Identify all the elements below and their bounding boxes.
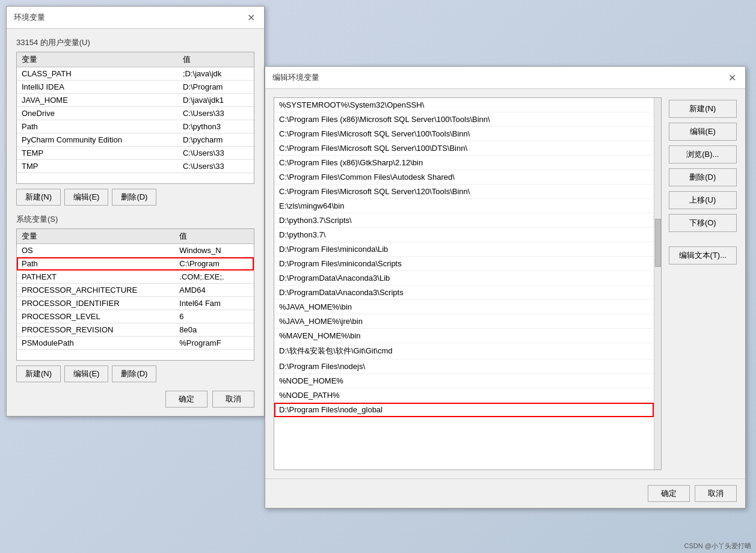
scrollbar-thumb[interactable] [655,219,661,267]
edit-dialog-footer: 确定 取消 [265,478,745,508]
edit-delete-btn[interactable]: 删除(D) [669,168,737,186]
path-list-item[interactable]: %JAVA_HOME%\bin [274,300,654,314]
path-list-item[interactable]: C:\Program Files\Microsoft SQL Server\10… [274,141,654,156]
user-edit-btn[interactable]: 编辑(E) [64,189,108,206]
edit-dialog-close[interactable]: ✕ [726,72,738,84]
env-ok-btn[interactable]: 确定 [165,391,207,408]
user-table-row[interactable]: TMPC:\Users\33 [17,160,254,173]
sys-var-table-container: 变量 值 OSWindows_NPathC:\ProgramPATHEXT.CO… [16,228,254,361]
env-dialog-body: 33154 的用户变量(U) 变量 值 CLASS_PATH;D:\java\j… [7,29,264,416]
path-list-item[interactable]: C:\Program Files (x86)\Microsoft SQL Ser… [274,112,654,127]
path-list-item[interactable]: C:\Program Files\Microsoft SQL Server\12… [274,185,654,199]
edit-up-btn[interactable]: 上移(U) [669,191,737,209]
path-list-item[interactable]: D:\Program Files\miniconda\Lib [274,242,654,257]
sys-table-row[interactable]: PATHEXT.COM;.EXE;. [17,270,254,284]
path-list-item[interactable]: E:\zls\mingw64\bin [274,199,654,213]
path-list-item[interactable]: %MAVEN_HOME%\bin [274,329,654,343]
user-section-title: 33154 的用户变量(U) [16,37,254,48]
user-table-row[interactable]: TEMPC:\Users\33 [17,147,254,160]
env-dialog-title: 环境变量 [14,12,45,23]
path-list-item[interactable]: C:\Program Files\Microsoft SQL Server\10… [274,127,654,141]
edit-new-btn[interactable]: 新建(N) [669,100,737,118]
path-list-item[interactable]: D:\python3.7\Scripts\ [274,213,654,228]
path-list-item[interactable]: D:\Program Files\miniconda\Scripts [274,257,654,271]
sys-table-row[interactable]: PSModulePath%ProgramF [17,337,254,350]
env-cancel-btn[interactable]: 取消 [212,391,254,408]
sys-table-row[interactable]: OSWindows_N [17,244,254,257]
path-list-item[interactable]: %NODE_PATH% [274,388,654,403]
sys-table-row[interactable]: PROCESSOR_REVISION8e0a [17,323,254,337]
user-table-row[interactable]: PathD:\python3 [17,120,254,133]
edit-text-btn[interactable]: 编辑文本(T)... [669,246,737,264]
user-var-table: 变量 值 CLASS_PATH;D:\java\jdkIntelliJ IDEA… [17,52,254,173]
sys-col-var: 变量 [17,229,174,244]
watermark: CSDN @小丫头爱打晒 [684,542,751,551]
edit-cancel-btn[interactable]: 取消 [695,485,737,502]
sys-new-btn[interactable]: 新建(N) [16,365,61,382]
sys-var-table: 变量 值 OSWindows_NPathC:\ProgramPATHEXT.CO… [17,229,254,350]
user-table-row[interactable]: IntelliJ IDEAD:\Program [17,81,254,94]
path-list-item[interactable]: D:\ProgramData\Anaconda3\Lib [274,271,654,286]
user-var-table-container: 变量 值 CLASS_PATH;D:\java\jdkIntelliJ IDEA… [16,52,254,184]
path-list-item[interactable]: C:\Program Files (x86)\GtkSharp\2.12\bin [274,156,654,170]
path-list-item[interactable]: C:\Program Files\Common Files\Autodesk S… [274,170,654,185]
edit-dialog-titlebar: 编辑环境变量 ✕ [265,67,745,89]
user-delete-btn[interactable]: 删除(D) [112,189,156,206]
path-list-wrapper: %SYSTEMROOT%\System32\OpenSSH\C:\Program… [274,97,662,470]
path-list-item[interactable]: D:\python3.7\ [274,228,654,242]
path-list-item[interactable]: D:\软件&安装包\软件\Git\Git\cmd [274,343,654,359]
env-variables-dialog: 环境变量 ✕ 33154 的用户变量(U) 变量 值 CLASS_PATH;D:… [6,6,265,417]
path-list-item[interactable]: D:\Program Files\nodejs\ [274,359,654,374]
scrollbar-track[interactable] [654,98,661,469]
env-dialog-close[interactable]: ✕ [245,11,257,23]
user-table-row[interactable]: OneDriveC:\Users\33 [17,107,254,120]
path-list-item[interactable]: D:\ProgramData\Anaconda3\Scripts [274,286,654,300]
user-col-val: 值 [178,52,254,67]
sys-table-row[interactable]: PROCESSOR_IDENTIFIERIntel64 Fam [17,297,254,310]
user-col-var: 变量 [17,52,178,67]
path-list-item[interactable]: D:\Program Files\node_global [274,403,654,417]
edit-down-btn[interactable]: 下移(O) [669,214,737,232]
path-list-item[interactable]: %SYSTEMROOT%\System32\OpenSSH\ [274,98,654,112]
sys-col-val: 值 [174,229,254,244]
user-btn-row: 新建(N) 编辑(E) 删除(D) [16,189,254,206]
sys-btn-row: 新建(N) 编辑(E) 删除(D) [16,365,254,382]
edit-browse-btn[interactable]: 浏览(B)... [669,145,737,163]
edit-dialog-body: %SYSTEMROOT%\System32\OpenSSH\C:\Program… [265,89,745,478]
sys-table-row[interactable]: PathC:\Program [17,257,254,270]
path-list-item[interactable]: %NODE_HOME% [274,374,654,388]
user-new-btn[interactable]: 新建(N) [16,189,61,206]
user-table-row[interactable]: PyCharm Community EditionD:\pycharm [17,133,254,147]
edit-env-dialog: 编辑环境变量 ✕ %SYSTEMROOT%\System32\OpenSSH\C… [265,66,746,509]
edit-ok-btn[interactable]: 确定 [648,485,690,502]
edit-buttons-panel: 新建(N) 编辑(E) 浏览(B)... 删除(D) 上移(U) 下移(O) 编… [669,97,737,470]
sys-table-row[interactable]: PROCESSOR_LEVEL6 [17,310,254,323]
sys-edit-btn[interactable]: 编辑(E) [64,365,108,382]
env-dialog-footer: 确定 取消 [16,391,254,408]
user-table-row[interactable]: CLASS_PATH;D:\java\jdk [17,67,254,81]
sys-section-title: 系统变量(S) [16,214,254,225]
path-list: %SYSTEMROOT%\System32\OpenSSH\C:\Program… [274,98,654,469]
edit-edit-btn[interactable]: 编辑(E) [669,123,737,141]
path-list-item[interactable]: %JAVA_HOME%\jre\bin [274,314,654,329]
edit-dialog-title: 编辑环境变量 [272,72,319,83]
env-dialog-titlebar: 环境变量 ✕ [7,7,264,29]
sys-delete-btn[interactable]: 删除(D) [112,365,156,382]
sys-table-row[interactable]: PROCESSOR_ARCHITECTUREAMD64 [17,284,254,297]
user-table-row[interactable]: JAVA_HOMED:\java\jdk1 [17,94,254,107]
